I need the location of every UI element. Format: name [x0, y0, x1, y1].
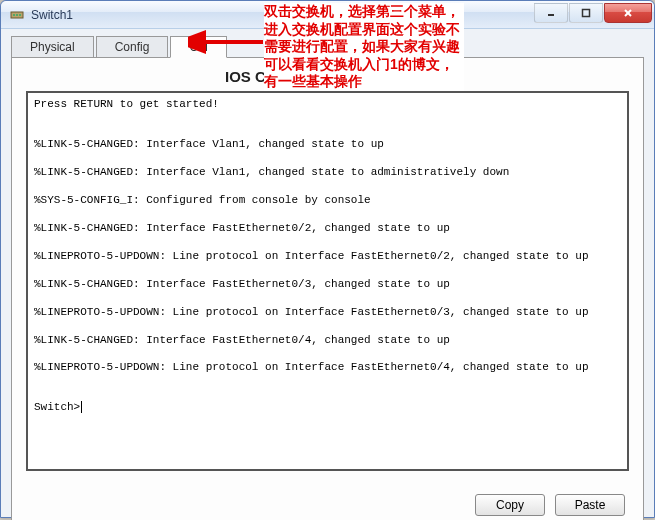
terminal-line: %LINK-5-CHANGED: Interface Vlan1, change… [34, 165, 621, 181]
tab-physical[interactable]: Physical [11, 36, 94, 58]
terminal-line: %LINK-5-CHANGED: Interface FastEthernet0… [34, 277, 621, 293]
minimize-button[interactable] [534, 3, 568, 23]
maximize-button[interactable] [569, 3, 603, 23]
paste-button[interactable]: Paste [555, 494, 625, 516]
window-controls [534, 3, 652, 23]
minimize-icon [546, 8, 556, 18]
terminal-line: %LINEPROTO-5-UPDOWN: Line protocol on In… [34, 305, 621, 321]
terminal-line: Switch> [34, 400, 621, 416]
svg-rect-5 [583, 9, 590, 16]
terminal-line: %LINEPROTO-5-UPDOWN: Line protocol on In… [34, 249, 621, 265]
close-icon [622, 8, 634, 18]
maximize-icon [581, 8, 591, 18]
tab-config[interactable]: Config [96, 36, 169, 58]
terminal-container: Press RETURN to get started!%LINK-5-CHAN… [26, 91, 629, 471]
svg-point-2 [16, 14, 18, 16]
terminal-line: %LINK-5-CHANGED: Interface FastEthernet0… [34, 333, 621, 349]
app-icon [9, 7, 25, 23]
copy-button[interactable]: Copy [475, 494, 545, 516]
svg-point-1 [13, 14, 15, 16]
terminal-line: %LINK-5-CHANGED: Interface FastEthernet0… [34, 221, 621, 237]
terminal-line: %SYS-5-CONFIG_I: Configured from console… [34, 193, 621, 209]
terminal-buttons: Copy Paste [475, 494, 625, 516]
terminal-line: %LINK-5-CHANGED: Interface Vlan1, change… [34, 137, 621, 153]
terminal-line: %LINEPROTO-5-UPDOWN: Line protocol on In… [34, 360, 621, 376]
svg-point-3 [19, 14, 21, 16]
cli-terminal[interactable]: Press RETURN to get started!%LINK-5-CHAN… [26, 91, 629, 471]
annotation-arrow [188, 30, 268, 63]
close-button[interactable] [604, 3, 652, 23]
terminal-line: Press RETURN to get started! [34, 97, 621, 113]
annotation-text: 双击交换机，选择第三个菜单，进入交换机配置界面这个实验不需要进行配置，如果大家有… [264, 3, 464, 91]
tab-content: IOS Command Line Interface Press RETURN … [11, 57, 644, 520]
